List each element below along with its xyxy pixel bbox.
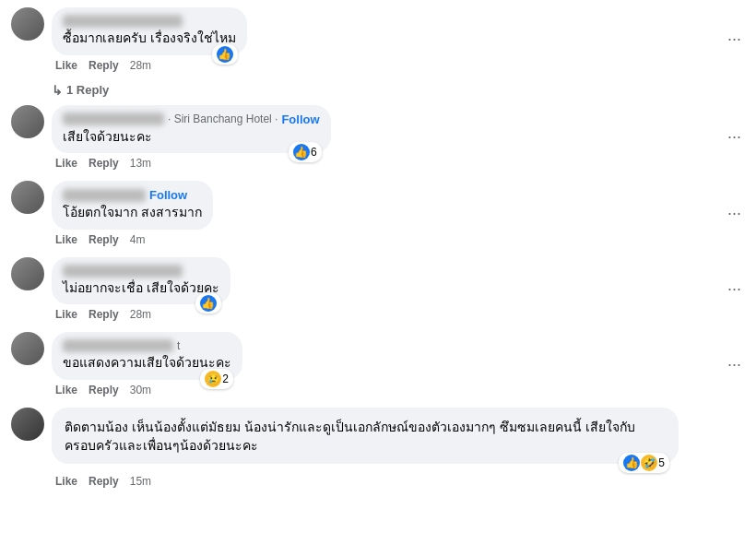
- comment-item: ซื้อมากเลยครับ เรื่องจริงใช่ไหม 👍 Like R…: [11, 7, 745, 72]
- timestamp: 28m: [130, 59, 151, 72]
- comment-body: ไม่อยากจะเชื่อ เสียใจด้วยคะ 👍 Like Reply…: [52, 257, 720, 322]
- reaction-badges: 👍 🤣 5: [619, 453, 669, 473]
- like-button[interactable]: Like: [55, 157, 77, 170]
- comment-bubble: ไม่อยากจะเชื่อ เสียใจด้วยคะ 👍: [52, 257, 230, 305]
- username-blur: [63, 339, 173, 352]
- reply-button[interactable]: Reply: [89, 308, 119, 321]
- comment-bubble: ติดตามน้อง เห็นน้องตั้งแต่มัธยม น้องน่าร…: [52, 408, 679, 464]
- comment-body: · Siri Banchang Hotel · Follow เสียใจด้ว…: [52, 105, 720, 171]
- more-options-icon[interactable]: ···: [724, 204, 745, 223]
- comment-bubble: · Siri Banchang Hotel · Follow เสียใจด้ว…: [52, 105, 331, 154]
- comment-body: ซื้อมากเลยครับ เรื่องจริงใช่ไหม 👍 Like R…: [52, 7, 720, 72]
- like-icon: 👍: [623, 455, 640, 471]
- avatar: [11, 332, 44, 365]
- username-blur: [63, 15, 183, 28]
- comment-text: ไม่อยากจะเชื่อ เสียใจด้วยคะ: [63, 279, 219, 298]
- like-button[interactable]: Like: [55, 59, 77, 72]
- comment-actions: Like Reply 28m: [52, 59, 720, 72]
- like-icon: 👍: [200, 295, 217, 312]
- comment-text: โอ้ยตกใจมาก สงสารมาก: [63, 204, 202, 222]
- like-button[interactable]: Like: [55, 384, 77, 396]
- like-icon: 👍: [293, 144, 310, 160]
- username-blur: [63, 265, 183, 278]
- comment-item: ติดตามน้อง เห็นน้องตั้งแต่มัธยม น้องน่าร…: [11, 408, 745, 488]
- like-icon: 👍: [217, 46, 233, 63]
- like-button[interactable]: Like: [55, 475, 77, 488]
- avatar: [11, 181, 44, 214]
- timestamp: 15m: [130, 475, 151, 488]
- reaction-count: 2: [222, 373, 229, 385]
- page-tag: t: [177, 339, 180, 352]
- reply-button[interactable]: Reply: [89, 157, 119, 170]
- comment-text: เสียใจด้วยนะคะ: [63, 128, 320, 147]
- reply-button[interactable]: Reply: [89, 59, 119, 72]
- more-options-icon[interactable]: ···: [724, 127, 745, 147]
- comment-actions: Like Reply 30m: [52, 384, 720, 396]
- reply-button[interactable]: Reply: [89, 475, 119, 488]
- comment-header: [63, 265, 219, 278]
- avatar: [11, 105, 44, 138]
- follow-button[interactable]: Follow: [281, 112, 319, 126]
- avatar: [11, 408, 44, 441]
- reply-arrow-icon: ↳: [52, 83, 63, 98]
- comment-item: · Siri Banchang Hotel · Follow เสียใจด้ว…: [11, 105, 745, 171]
- comment-header: · Siri Banchang Hotel · Follow: [63, 112, 320, 126]
- page-tag: · Siri Banchang Hotel ·: [168, 112, 278, 125]
- comment-item: ไม่อยากจะเชื่อ เสียใจด้วยคะ 👍 Like Reply…: [11, 257, 745, 322]
- comment-body: ติดตามน้อง เห็นน้องตั้งแต่มัธยม น้องน่าร…: [52, 408, 745, 488]
- comment-body: t ขอแสดงความเสียใจด้วยนะคะ 😢 2 Like Repl…: [52, 332, 720, 396]
- reaction-badge: 😢 2: [200, 369, 233, 389]
- comment-actions: Like Reply 15m: [52, 475, 745, 488]
- avatar: [11, 7, 44, 41]
- more-options-icon[interactable]: ···: [724, 355, 745, 374]
- reply-toggle[interactable]: ↳ 1 Reply: [52, 83, 745, 98]
- comment-header: Follow: [63, 188, 202, 202]
- haha-icon: 🤣: [641, 455, 657, 471]
- sad-icon: 😢: [205, 371, 221, 387]
- avatar: [11, 257, 44, 290]
- reaction-badge: 👍: [195, 293, 221, 313]
- more-options-icon[interactable]: ···: [724, 30, 745, 49]
- more-options-icon[interactable]: ···: [724, 279, 745, 299]
- username-blur: [63, 112, 164, 125]
- timestamp: 4m: [130, 233, 146, 246]
- reaction-count: 5: [658, 456, 665, 469]
- reply-button[interactable]: Reply: [89, 233, 119, 246]
- comment-item: Follow โอ้ยตกใจมาก สงสารมาก Like Reply 4…: [11, 181, 745, 246]
- comment-body: Follow โอ้ยตกใจมาก สงสารมาก Like Reply 4…: [52, 181, 720, 246]
- comment-actions: Like Reply 28m: [52, 308, 720, 321]
- comment-actions: Like Reply 4m: [52, 233, 720, 246]
- comment-text: ซื้อมากเลยครับ เรื่องจริงใช่ไหม: [63, 30, 236, 48]
- comment-bubble: ซื้อมากเลยครับ เรื่องจริงใช่ไหม 👍: [52, 7, 247, 55]
- comment-header: [63, 15, 236, 28]
- reply-button[interactable]: Reply: [89, 384, 119, 396]
- timestamp: 28m: [130, 308, 151, 321]
- comment-text: ติดตามน้อง เห็นน้องตั้งแต่มัธยม น้องน่าร…: [65, 419, 666, 455]
- reaction-badge: 👍: [212, 44, 238, 65]
- comment-bubble: t ขอแสดงความเสียใจด้วยนะคะ 😢 2: [52, 332, 242, 380]
- comment-header: t: [63, 339, 231, 352]
- reply-count-label: 1 Reply: [66, 83, 109, 97]
- like-button[interactable]: Like: [55, 308, 77, 321]
- comment-item: t ขอแสดงความเสียใจด้วยนะคะ 😢 2 Like Repl…: [11, 332, 745, 396]
- like-button[interactable]: Like: [55, 233, 77, 246]
- timestamp: 30m: [130, 384, 151, 396]
- timestamp: 13m: [130, 157, 151, 170]
- comment-bubble: Follow โอ้ยตกใจมาก สงสารมาก: [52, 181, 213, 230]
- reaction-count: 6: [311, 146, 317, 159]
- reaction-badge: 👍 6: [289, 142, 322, 162]
- comments-container: ซื้อมากเลยครับ เรื่องจริงใช่ไหม 👍 Like R…: [0, 0, 756, 506]
- comment-actions: Like Reply 13m: [52, 157, 720, 170]
- username-blur: [63, 189, 146, 202]
- follow-button[interactable]: Follow: [149, 188, 187, 202]
